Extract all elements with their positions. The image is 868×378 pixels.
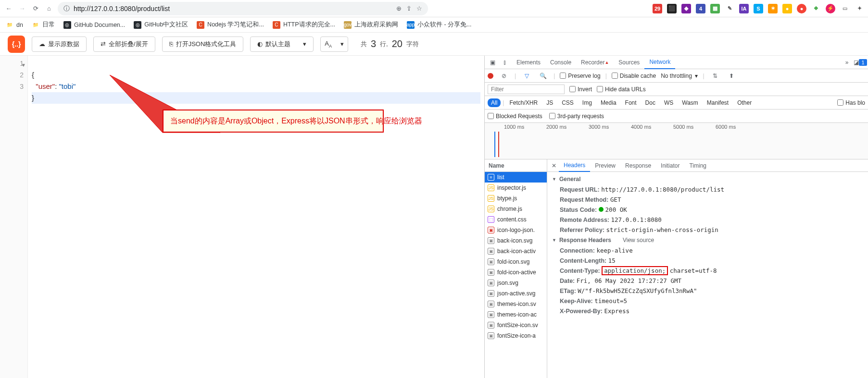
issues-icon[interactable]: ◪ 1 — [855, 57, 866, 68]
third-party-checkbox[interactable]: 3rd-party requests — [549, 113, 604, 120]
view-source-link[interactable]: View source — [623, 237, 654, 244]
type-filter-all[interactable]: All — [488, 98, 501, 107]
devtools-tab-network[interactable]: Network — [644, 56, 675, 69]
type-filter-fetch-xhr[interactable]: Fetch/XHR — [506, 98, 541, 107]
request-row[interactable]: ▣back-icon.svg — [485, 235, 547, 246]
star-icon[interactable]: ☆ — [416, 5, 422, 12]
more-tabs-icon[interactable]: » — [841, 57, 853, 68]
filter-input[interactable] — [488, 85, 565, 94]
fold-icon[interactable]: ▼ — [21, 60, 26, 71]
bookmark-item[interactable]: app小众软件 - 分享免... — [407, 21, 472, 29]
response-headers-section[interactable]: ▼Response HeadersView source — [547, 235, 868, 245]
type-filter-doc[interactable]: Doc — [642, 98, 659, 107]
eyedropper-icon[interactable]: ✎ — [725, 4, 734, 13]
close-detail-button[interactable]: ✕ — [549, 162, 559, 169]
type-filter-other[interactable]: Other — [734, 98, 755, 107]
detail-tab-preview[interactable]: Preview — [590, 159, 620, 172]
ext-icon-10[interactable]: ● — [797, 4, 806, 13]
devtools-tab-sources[interactable]: Sources — [614, 56, 644, 69]
type-filter-media[interactable]: Media — [597, 98, 620, 107]
request-row[interactable]: JSbtype.js — [485, 193, 547, 204]
home-button[interactable]: ⌂ — [44, 4, 54, 13]
request-row[interactable]: JSchrome.js — [485, 204, 547, 214]
reload-button[interactable]: ⟳ — [31, 4, 40, 13]
ext-icon-5[interactable]: ▦ — [710, 4, 720, 13]
theme-select[interactable]: ◐默认主题▾ — [250, 37, 314, 52]
ext-icon-7[interactable]: S — [754, 4, 763, 13]
request-row[interactable]: ▣json-active.svg — [485, 288, 547, 299]
type-filter-manifest[interactable]: Manifest — [704, 98, 732, 107]
ext-icon-1[interactable]: 29 — [653, 4, 662, 13]
throttling-select[interactable]: No throttling ▾ — [661, 73, 698, 79]
bookmark-item[interactable]: ◎GitHub中文社区 — [134, 21, 188, 29]
invert-checkbox[interactable]: Invert — [569, 86, 592, 93]
address-bar[interactable]: ⓘ http://127.0.0.1:8080/product/list ⊕ ⇪… — [58, 2, 428, 15]
upload-icon[interactable]: ⬆ — [726, 70, 737, 82]
device-icon[interactable]: ⫿ — [499, 57, 511, 68]
request-row[interactable]: ▣fold-icon.svg — [485, 256, 547, 267]
detail-tab-initiator[interactable]: Initiator — [656, 159, 684, 172]
zoom-icon[interactable]: ⊕ — [396, 5, 402, 12]
ext-icon-13[interactable]: ▭ — [840, 4, 850, 13]
request-row[interactable]: ▣fold-icon-active — [485, 267, 547, 278]
extensions-icon[interactable]: ✦ — [855, 4, 864, 13]
ext-icon-12[interactable]: ⚡ — [826, 4, 835, 13]
network-timeline[interactable]: 1000 ms2000 ms3000 ms4000 ms5000 ms6000 … — [485, 123, 868, 159]
bookmark-item[interactable]: 📁dn — [6, 21, 23, 29]
record-button[interactable] — [488, 73, 493, 79]
devtools-tab-console[interactable]: Console — [545, 56, 576, 69]
blocked-requests-checkbox[interactable]: Blocked Requests — [488, 113, 542, 120]
ext-icon-9[interactable]: ● — [782, 4, 792, 13]
devtools-tab-elements[interactable]: Elements — [512, 56, 545, 69]
request-row[interactable]: ⬚content.css — [485, 214, 547, 225]
disable-cache-checkbox[interactable]: Disable cache — [612, 73, 656, 79]
request-row[interactable]: ▣icon-logo-json. — [485, 225, 547, 235]
request-row[interactable]: ▣fontSize-icon-a — [485, 330, 547, 341]
request-row[interactable]: ▣back-icon-activ — [485, 246, 547, 256]
collapse-all-button[interactable]: ⇄全部折叠/展开 — [93, 37, 155, 52]
json-code[interactable]: { "user": "tobi"} 当send的内容是Array或Object，… — [28, 56, 484, 378]
type-filter-font[interactable]: Font — [622, 98, 640, 107]
type-filter-css[interactable]: CSS — [558, 98, 577, 107]
bookmark-item[interactable]: CNodejs 学习笔记和... — [197, 21, 264, 29]
detail-tab-response[interactable]: Response — [620, 159, 656, 172]
name-column-header[interactable]: Name — [485, 159, 547, 172]
type-filter-wasm[interactable]: Wasm — [679, 98, 702, 107]
request-row[interactable]: ▣themes-icon.sv — [485, 299, 547, 309]
general-section[interactable]: ▼General — [547, 174, 868, 184]
request-row[interactable]: ▣json.svg — [485, 278, 547, 288]
detail-tab-timing[interactable]: Timing — [684, 159, 711, 172]
clear-icon[interactable]: ⊘ — [498, 70, 510, 82]
request-row[interactable]: ▣fontSize-icon.sv — [485, 320, 547, 330]
ext-icon-6[interactable]: IA — [739, 4, 749, 13]
type-filter-js[interactable]: JS — [543, 98, 556, 107]
preserve-log-checkbox[interactable]: Preserve log — [560, 73, 600, 79]
bookmark-item[interactable]: gov上海政府采购网 — [344, 21, 398, 29]
forward-button[interactable]: → — [17, 4, 27, 13]
request-row[interactable]: ▣themes-icon-ac — [485, 309, 547, 320]
show-raw-button[interactable]: ☁显示原数据 — [32, 37, 87, 52]
detail-tab-headers[interactable]: Headers — [559, 159, 590, 172]
back-button[interactable]: ← — [4, 4, 13, 13]
request-row[interactable]: ≡list — [485, 172, 547, 183]
filter-icon[interactable]: ▽ — [521, 70, 532, 82]
ext-icon-3[interactable]: ◆ — [681, 4, 691, 13]
inspect-icon[interactable]: ▣ — [487, 57, 498, 68]
wifi-icon[interactable]: ⇅ — [709, 70, 721, 82]
has-blocked-checkbox[interactable]: Has blo — [837, 99, 865, 106]
request-row[interactable]: JSinspector.js — [485, 183, 547, 193]
bookmark-item[interactable]: CHTTP请求的完全... — [273, 21, 335, 29]
type-filter-ws[interactable]: WS — [661, 98, 677, 107]
devtools-tab-recorder[interactable]: Recorder ▲ — [576, 56, 614, 69]
type-filter-img[interactable]: Img — [579, 98, 595, 107]
hide-data-urls-checkbox[interactable]: Hide data URLs — [597, 86, 646, 93]
share-icon[interactable]: ⇪ — [406, 5, 412, 12]
ext-icon-2[interactable]: ⬛ — [667, 4, 677, 13]
search-icon[interactable]: 🔍 — [537, 70, 549, 82]
bookmark-item[interactable]: ◎GitHub Documen... — [63, 21, 125, 29]
ext-icon-8[interactable]: ✶ — [768, 4, 778, 13]
font-size-select[interactable]: AA▾ — [320, 37, 348, 52]
ext-icon-4[interactable]: 4 — [696, 4, 705, 13]
open-formatter-button[interactable]: ⎘打开JSON格式化工具 — [162, 37, 244, 52]
ext-icon-11[interactable]: ❖ — [811, 4, 821, 13]
